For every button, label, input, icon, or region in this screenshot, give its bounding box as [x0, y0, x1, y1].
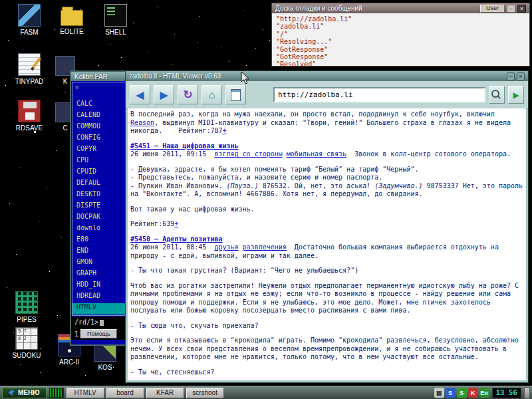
tray-s-green-icon[interactable]: S: [457, 388, 467, 398]
taskbar-window-button-board[interactable]: board: [106, 388, 144, 398]
desktop-icon-shell[interactable]: SHELL: [97, 4, 134, 36]
tray-grid-icon[interactable]: ▦: [434, 388, 444, 398]
desktop-icon-eolite[interactable]: EOLITE: [53, 4, 90, 35]
desktop-icon-rdsave[interactable]: RDSAVE: [11, 100, 48, 132]
home-button[interactable]: ⌂: [201, 85, 222, 104]
content-block: #5450 — Адепты позитива: [130, 235, 523, 244]
content-text: - Ты что такая грустная? (Вариант: "Чего…: [130, 267, 358, 274]
taskbar-window-button-scrshoot[interactable]: scrshoot: [186, 388, 224, 398]
content-block: Рейтинг:639+: [130, 220, 523, 229]
forward-icon: ▶: [160, 90, 168, 100]
show-desktop-button[interactable]: [524, 387, 530, 399]
board-titlebar[interactable]: Доска отладки и сообщений User – ×: [272, 3, 529, 13]
board-log-line: "http://zadolba.li": [276, 15, 525, 23]
content-text: 876532. Ой, нет, это аська!: [259, 182, 375, 190]
content-text: Звонок в колл-центр сотового оператора.: [346, 150, 511, 158]
tray-lang-icon[interactable]: En: [479, 388, 489, 398]
content-link[interactable]: развлечения: [243, 243, 287, 251]
content-block: Это если я отказываюсь в "крокодила" игр…: [130, 336, 523, 362]
cpu-usage-indicator[interactable]: [49, 388, 64, 398]
go-button[interactable]: ▶: [508, 86, 524, 104]
menu-button[interactable]: МЕНЮ: [2, 388, 47, 398]
user-mode-button[interactable]: User: [480, 5, 505, 13]
system-tray: ▦SSKEn: [434, 388, 489, 398]
back-icon: ◀: [136, 90, 144, 100]
taskbar-window-button-kfar[interactable]: KFAR: [146, 388, 184, 398]
mouse-cursor: [241, 71, 251, 85]
content-link[interactable]: +: [222, 127, 226, 134]
search-icon: [491, 90, 499, 98]
content-block: - Девушка, здрасте, я бы хотел поменять …: [130, 166, 523, 174]
tray-k-red-icon[interactable]: K: [468, 388, 478, 398]
new-page-button[interactable]: [225, 85, 246, 104]
text-cursor: [100, 320, 104, 326]
board-log-line: "Resolved": [276, 61, 525, 68]
desktop-icon-pipes[interactable]: PIPES: [8, 291, 45, 323]
content-block: Чтоб вас из рогатки застрелили! Неужели …: [130, 282, 523, 315]
content-block: #5451 — Наша цифровая жизнь: [130, 142, 523, 151]
floppy-icon: [18, 100, 41, 122]
minimize-button[interactable]: –: [507, 72, 515, 80]
desktop: FASM EOLITE SHELL TINYPAD K RDSAVE C PIP…: [0, 0, 532, 399]
content-link[interactable]: друзья: [214, 243, 238, 251]
refresh-button[interactable]: ↻: [178, 85, 198, 104]
desktop-icon-tinypad[interactable]: TINYPAD: [11, 53, 48, 85]
desktop-icon-label: SUDOKU: [8, 352, 45, 359]
board-log: "http://zadolba.li""zadolba.li""/""Resol…: [272, 13, 529, 70]
content-link[interactable]: Reason: [130, 119, 154, 126]
content-text: Чтоб вас из рогатки застрелили! Неужели …: [130, 282, 519, 315]
kfar-help-button[interactable]: Помощь: [80, 329, 117, 338]
content-link[interactable]: мобильная связь: [287, 150, 346, 158]
content-text: - Пупкин Иван Иванович.: [130, 182, 227, 190]
content-link[interactable]: взгляд со стороны: [214, 150, 282, 158]
desktop-icon-fasm[interactable]: FASM: [11, 4, 48, 36]
content-link[interactable]: #5450 — Адепты позитива: [130, 235, 222, 243]
desktop-icon-sudoku[interactable]: SUDOKU: [8, 327, 45, 359]
content-text: - Ты че, стесняешься?: [130, 368, 214, 376]
forward-button[interactable]: ▶: [154, 85, 174, 104]
desktop-icon-label: FASM: [11, 29, 48, 36]
close-button[interactable]: ×: [517, 5, 526, 13]
content-block: Вот такая у нас цифровая жизнь.: [130, 205, 523, 214]
desktop-icon-label: ARC-II: [51, 358, 88, 366]
content-block: - Пупкин Иван Иванович. (Пауза.) 876532.…: [130, 182, 523, 199]
menu-label: МЕНЮ: [18, 389, 40, 396]
desktop-icon-label: RDSAVE: [11, 124, 48, 132]
content-link[interactable]: #5451 — Наша цифровая жизнь: [130, 142, 239, 150]
go-icon: ▶: [513, 91, 519, 99]
clock-hours: 13: [496, 388, 505, 397]
tray-s-blue-icon[interactable]: S: [446, 388, 456, 398]
back-button[interactable]: ◀: [130, 85, 150, 104]
sudoku-game-icon: [15, 327, 38, 350]
taskbar: МЕНЮ HTMLVboardKFARscrshoot ▦SSKEn 1356: [0, 386, 532, 399]
content-block: - Ты что такая грустная? (Вариант: "Чего…: [130, 267, 523, 275]
content-block: В последний раз, когда на мужа наехали, …: [130, 110, 523, 136]
kfar-command-prompt: /rd/1>: [74, 319, 98, 326]
sort-mode-indicator: n: [75, 84, 78, 90]
content-text: - Ты сюда что, скучать приехала?: [130, 322, 259, 329]
desktop-icon-label: TINYPAD: [11, 78, 48, 85]
content-block: - Ты сюда что, скучать приехала?: [130, 322, 523, 331]
board-log-line: "Resolving...": [276, 38, 525, 45]
minimize-button[interactable]: –: [507, 5, 515, 13]
content-link[interactable]: +: [174, 220, 178, 227]
clock[interactable]: 1356: [492, 388, 522, 398]
kfar-title: Kolibri FAR: [74, 73, 108, 80]
content-text: 26 июня 2011, 09:15: [130, 150, 214, 158]
taskbar-window-button-htmlv[interactable]: HTMLV: [66, 388, 104, 398]
close-button[interactable]: ×: [517, 72, 525, 80]
content-text: В последний раз, когда на мужа наехали, …: [130, 110, 495, 118]
desktop-icon-label: EOLITE: [53, 28, 90, 35]
notepad-icon: [18, 53, 41, 76]
debug-board-window[interactable]: Доска отладки и сообщений User – × "http…: [271, 3, 530, 66]
browser-toolbar: ◀ ▶ ↻ ⌂ ▶: [126, 81, 528, 109]
board-log-line: "GotResponse": [276, 46, 525, 53]
browser-titlebar[interactable]: zadolba.li - HTML Viewer v0.63 – ×: [126, 71, 528, 81]
content-text: - Представьтесь, пожалуйста, и назовите …: [130, 174, 382, 181]
content-text: 26 июня 2011, 08:45: [130, 243, 214, 251]
address-input[interactable]: [273, 87, 485, 102]
content-block: 26 июня 2011, 08:45 друзья развлечения Д…: [130, 243, 523, 260]
search-button[interactable]: [489, 86, 505, 104]
board-title: Доска отладки и сообщений: [275, 5, 362, 12]
browser-window[interactable]: zadolba.li - HTML Viewer v0.63 – × ◀ ▶ ↻…: [125, 70, 529, 383]
